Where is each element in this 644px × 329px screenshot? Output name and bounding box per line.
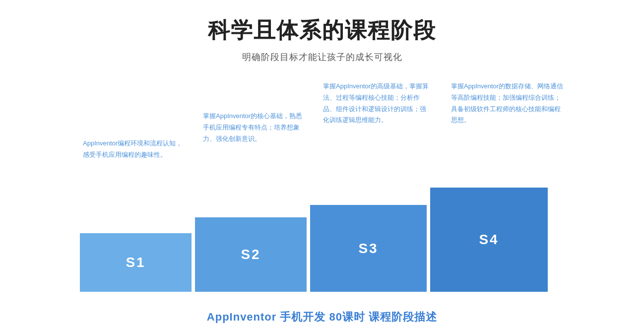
page-wrapper: 科学且体系的课程阶段 明确阶段目标才能让孩子的成长可视化 AppInventor… xyxy=(0,0,644,329)
desc-s2: 掌握AppInventor的核心基础，熟悉手机应用编程专有特点；培养想象力、强化… xyxy=(203,111,305,144)
bottom-section: AppInventor 手机开发 80课时 课程阶段描述 小码班 飞码班 App… xyxy=(0,310,644,329)
desc-s4: 掌握AppInventor的数据存储、网络通信等高阶编程技能；加强编程综合训练；… xyxy=(451,81,565,126)
bar-s3: S3 xyxy=(310,205,427,292)
bars-row: S1 S2 S3 S4 xyxy=(74,188,570,292)
bar-s1-label: S1 xyxy=(126,255,145,270)
bar-s4-label: S4 xyxy=(479,232,499,248)
desc-s1: AppInventor编程环境和流程认知，感受手机应用编程的趣味性。 xyxy=(83,138,185,161)
bar-s4: S4 xyxy=(430,188,548,292)
bar-s2-label: S2 xyxy=(241,247,260,263)
desc-s3: 掌握AppInventor的高级基础，掌握算法、过程等编程核心技能；分析作品、组… xyxy=(323,81,432,126)
bar-s2: S2 xyxy=(195,217,307,292)
bottom-title: AppInventor 手机开发 80课时 课程阶段描述 xyxy=(207,310,437,325)
main-title: 科学且体系的课程阶段 xyxy=(208,16,436,45)
sub-title: 明确阶段目标才能让孩子的成长可视化 xyxy=(242,51,402,63)
bar-s1: S1 xyxy=(80,233,192,292)
chart-section: AppInventor编程环境和流程认知，感受手机应用编程的趣味性。 掌握App… xyxy=(74,81,570,292)
bar-s3-label: S3 xyxy=(358,241,378,257)
float-labels: AppInventor编程环境和流程认知，感受手机应用编程的趣味性。 掌握App… xyxy=(74,81,570,188)
